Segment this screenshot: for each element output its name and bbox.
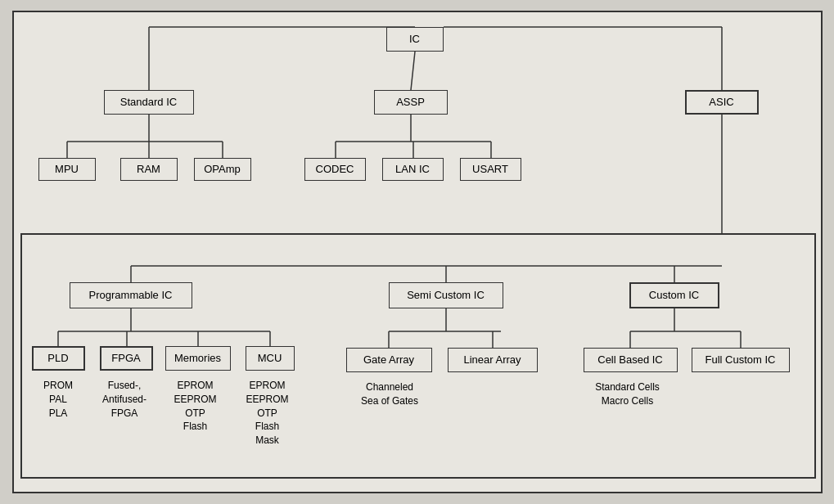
mcu-sublabel: EPROMEEPROMOTPFlashMask — [238, 379, 297, 448]
cell-based-sublabel: Standard CellsMacro Cells — [575, 380, 681, 408]
semi-custom-ic-node: Semi Custom IC — [389, 282, 503, 308]
usart-node: USART — [460, 158, 521, 181]
opamp-node: OPAmp — [194, 158, 251, 181]
svg-line-2 — [411, 52, 415, 90]
standard-ic-node: Standard IC — [104, 90, 194, 115]
mpu-node: MPU — [38, 158, 96, 181]
ram-node: RAM — [120, 158, 178, 181]
memories-sublabel: EPROMEEPROMOTPFlash — [162, 379, 229, 434]
lanic-node: LAN IC — [382, 158, 444, 181]
custom-ic-node: Custom IC — [629, 282, 719, 308]
full-custom-ic-node: Full Custom IC — [692, 348, 790, 372]
assp-node: ASSP — [374, 90, 448, 115]
ic-node: IC — [386, 27, 444, 52]
mcu-node: MCU — [246, 346, 295, 371]
gate-array-node: Gate Array — [346, 348, 432, 372]
linear-array-node: Linear Array — [448, 348, 538, 372]
cell-based-ic-node: Cell Based IC — [584, 348, 678, 372]
pld-node: PLD — [32, 346, 85, 371]
diagram: IC Standard IC ASSP ASIC MPU RAM OPAmp C… — [12, 11, 823, 493]
asic-node: ASIC — [685, 90, 759, 115]
programmable-ic-node: Programmable IC — [70, 282, 192, 308]
memories-node: Memories — [165, 346, 231, 371]
fpga-node: FPGA — [100, 346, 153, 371]
fpga-sublabel: Fused-,Antifused-FPGA — [94, 379, 156, 420]
gate-array-sublabel: ChanneledSea of Gates — [343, 380, 437, 408]
pld-sublabel: PROMPALPLA — [32, 379, 85, 420]
codec-node: CODEC — [304, 158, 366, 181]
